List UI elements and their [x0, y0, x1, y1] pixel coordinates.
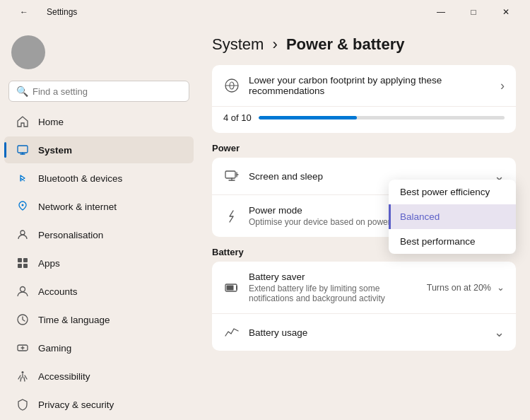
power-section-label: Power [212, 143, 516, 153]
battery-usage-row[interactable]: Battery usage ⌄ [212, 314, 516, 351]
svg-rect-0 [18, 146, 28, 153]
power-mode-icon [223, 208, 240, 225]
sidebar-label-accounts: Accounts [38, 286, 78, 297]
sidebar-label-home: Home [38, 117, 64, 127]
search-icon: 🔍 [16, 86, 28, 97]
page-header: System › Power & battery [212, 35, 516, 54]
battery-saver-icon [223, 279, 240, 296]
apps-icon [16, 256, 30, 270]
battery-saver-chevron[interactable]: ⌄ [497, 282, 505, 293]
sidebar-label-gaming: Gaming [38, 343, 71, 354]
accounts-icon [16, 284, 30, 298]
sidebar-item-network[interactable]: Network & internet [4, 193, 194, 220]
sidebar-label-privacy: Privacy & security [38, 399, 114, 410]
home-icon [16, 115, 30, 129]
dropdown-item-balanced[interactable]: Balanced [389, 204, 516, 229]
power-mode-dropdown: Best power efficiency Balanced Best perf… [389, 180, 516, 254]
sidebar-label-accessibility: Accessibility [38, 371, 90, 382]
privacy-icon [16, 397, 30, 412]
svg-rect-3 [18, 258, 22, 262]
sidebar-label-personalisation: Personalisation [38, 230, 103, 240]
maximize-button[interactable]: □ [458, 2, 489, 22]
svg-rect-6 [23, 264, 28, 268]
gaming-icon [16, 341, 30, 355]
battery-saver-status: Turns on at 20% [427, 283, 491, 293]
svg-rect-14 [227, 285, 234, 290]
svg-rect-12 [225, 171, 235, 178]
sidebar-item-time[interactable]: Time & language [4, 306, 194, 333]
sidebar-label-apps: Apps [38, 258, 60, 269]
search-input[interactable] [33, 86, 182, 97]
battery-saver-row[interactable]: Battery saver Extend battery life by lim… [212, 262, 516, 314]
minimize-button[interactable]: — [425, 2, 457, 22]
sidebar-item-home[interactable]: Home [4, 108, 194, 135]
svg-point-1 [22, 204, 24, 206]
accessibility-icon [16, 369, 30, 383]
sidebar-item-system[interactable]: System [4, 136, 194, 163]
main-content: System › Power & battery Lower your carb… [198, 24, 530, 420]
search-box[interactable]: 🔍 [8, 81, 189, 102]
sidebar-item-bluetooth[interactable]: Bluetooth & devices [4, 165, 194, 192]
sidebar-label-time: Time & language [38, 315, 110, 325]
titlebar-left: ← Settings [8, 2, 77, 22]
svg-rect-4 [23, 258, 28, 262]
carbon-card: Lower your carbon footprint by applying … [212, 65, 516, 133]
network-icon [16, 199, 30, 214]
battery-saver-status-group: Turns on at 20% ⌄ [427, 282, 505, 293]
screen-sleep-icon [223, 168, 240, 185]
sidebar-label-system: System [38, 145, 72, 156]
time-icon [16, 313, 30, 327]
sidebar-item-accounts[interactable]: Accounts [4, 278, 194, 305]
battery-saver-title: Battery saver [249, 272, 418, 282]
sidebar-item-privacy[interactable]: Privacy & security [4, 391, 194, 418]
svg-point-10 [22, 371, 24, 373]
app-body: 🔍 Home System [0, 24, 530, 420]
carbon-title: Lower your carbon footprint by applying … [249, 75, 492, 96]
battery-saver-subtitle: Extend battery life by limiting some not… [249, 284, 418, 303]
app-title: Settings [47, 7, 77, 17]
dropdown-item-efficiency[interactable]: Best power efficiency [389, 180, 516, 204]
svg-point-2 [20, 231, 25, 235]
window-controls: — □ ✕ [425, 2, 522, 22]
close-button[interactable]: ✕ [490, 2, 522, 22]
personalisation-icon [16, 228, 30, 242]
progress-label: 4 of 10 [223, 112, 252, 123]
battery-usage-chevron[interactable]: ⌄ [494, 325, 505, 340]
sidebar-item-personalisation[interactable]: Personalisation [4, 221, 194, 248]
progress-row: 4 of 10 [212, 107, 516, 133]
battery-usage-title: Battery usage [249, 327, 485, 338]
carbon-chevron[interactable]: › [500, 78, 505, 93]
svg-rect-5 [18, 264, 22, 268]
sidebar-label-bluetooth: Bluetooth & devices [38, 173, 122, 184]
battery-card: Battery saver Extend battery life by lim… [212, 262, 516, 351]
dropdown-item-performance[interactable]: Best performance [389, 229, 516, 254]
system-icon [16, 143, 30, 157]
progress-bar [259, 116, 505, 119]
bluetooth-icon [16, 171, 30, 185]
carbon-row[interactable]: Lower your carbon footprint by applying … [212, 65, 516, 107]
sidebar-item-accessibility[interactable]: Accessibility [4, 363, 194, 390]
progress-fill [259, 116, 357, 119]
sidebar-label-network: Network & internet [38, 202, 117, 212]
carbon-icon [223, 77, 240, 94]
sidebar: 🔍 Home System [0, 24, 198, 420]
sidebar-item-gaming[interactable]: Gaming [4, 334, 194, 361]
back-button[interactable]: ← [8, 2, 40, 22]
battery-usage-icon [223, 324, 240, 341]
avatar [11, 35, 45, 69]
user-profile[interactable] [0, 30, 198, 81]
titlebar: ← Settings — □ ✕ [0, 0, 530, 24]
sidebar-item-apps[interactable]: Apps [4, 250, 194, 276]
svg-point-7 [20, 287, 25, 292]
